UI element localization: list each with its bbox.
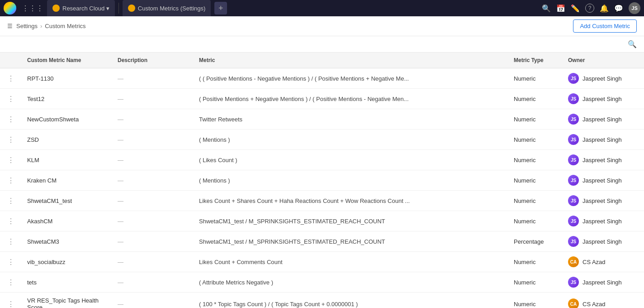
table-header-metric-type: Metric Type (508, 53, 563, 68)
metric-owner-cell: JS Jaspreet Singh (563, 109, 644, 130)
table-row: ⋮ ShwetaCM1_test — Likes Count + Shares … (0, 191, 644, 211)
metric-owner-cell: JS Jaspreet Singh (563, 272, 644, 293)
table-row: ⋮ RPT-1130 — ( ( Positive Mentions - Neg… (0, 68, 644, 89)
owner-avatar: JS (568, 277, 579, 288)
metric-name-cell: KLM (22, 150, 112, 170)
table-row: ⋮ NewCustomShweta — Twitter Retweets Num… (0, 109, 644, 130)
owner-avatar: CA (568, 256, 579, 267)
edit-nav-icon[interactable]: ✏️ (571, 4, 580, 13)
custom-metrics-table: Custom Metric Name Description Metric Me… (0, 53, 644, 308)
metric-type-cell: Numeric (508, 68, 563, 89)
metric-formula-cell: Likes Count + Comments Count (194, 252, 508, 272)
owner-avatar: JS (568, 154, 579, 165)
metric-desc-cell: — (112, 293, 194, 308)
bell-nav-icon[interactable]: 🔔 (600, 4, 609, 13)
row-menu-icon[interactable]: ⋮ (0, 231, 22, 252)
table-row: ⋮ AkashCM — ShwetaCM1_test / M_SPRINKSIG… (0, 211, 644, 231)
owner-name: Jaspreet Singh (582, 116, 622, 123)
metric-desc-cell: — (112, 109, 194, 130)
research-cloud-label: Research Cloud ▾ (62, 5, 109, 12)
owner-name: Jaspreet Singh (582, 218, 622, 225)
metric-type-cell: Numeric (508, 170, 563, 191)
metric-type-cell: Percentage (508, 231, 563, 252)
user-avatar[interactable]: JS (629, 2, 640, 14)
metric-name-cell: tets (22, 272, 112, 293)
add-custom-metric-button[interactable]: Add Custom Metric (573, 19, 637, 33)
table-row: ⋮ Test12 — ( Positive Mentions + Negativ… (0, 89, 644, 109)
metric-formula-cell: ( ( Positive Mentions - Negative Mention… (194, 68, 508, 89)
help-nav-icon[interactable]: ? (585, 4, 594, 13)
research-cloud-icon (52, 5, 60, 12)
metric-name-cell: Test12 (22, 89, 112, 109)
metric-type-cell: Numeric (508, 150, 563, 170)
owner-avatar: JS (568, 236, 579, 247)
row-menu-icon[interactable]: ⋮ (0, 170, 22, 191)
metric-type-cell: Numeric (508, 109, 563, 130)
row-menu-icon[interactable]: ⋮ (0, 150, 22, 170)
owner-name: Jaspreet Singh (582, 177, 622, 184)
table-header-menu (0, 53, 22, 68)
top-navigation: ⋮⋮⋮ Research Cloud ▾ Custom Metrics (Set… (0, 0, 644, 16)
grid-icon[interactable]: ⋮⋮⋮ (20, 2, 45, 14)
table-header-description: Description (112, 53, 194, 68)
metric-owner-cell: JS Jaspreet Singh (563, 150, 644, 170)
custom-metrics-tab[interactable]: Custom Metrics (Settings) (123, 0, 211, 16)
breadcrumb-separator: › (40, 23, 42, 29)
chat-nav-icon[interactable]: 💬 (614, 4, 623, 13)
metric-desc-cell: — (112, 191, 194, 211)
row-menu-icon[interactable]: ⋮ (0, 130, 22, 150)
metric-name-cell: RPT-1130 (22, 68, 112, 89)
row-menu-icon[interactable]: ⋮ (0, 89, 22, 109)
metric-desc-cell: — (112, 68, 194, 89)
nav-right-icons: 🔍 📅 ✏️ ? 🔔 💬 JS (542, 2, 640, 14)
owner-name: Jaspreet Singh (582, 238, 622, 245)
row-menu-icon[interactable]: ⋮ (0, 68, 22, 89)
metric-owner-cell: JS Jaspreet Singh (563, 130, 644, 150)
table-row: ⋮ ShwetaCM3 — ShwetaCM1_test / M_SPRINKS… (0, 231, 644, 252)
metric-owner-cell: JS Jaspreet Singh (563, 191, 644, 211)
table-header-row: Custom Metric Name Description Metric Me… (0, 53, 644, 68)
table-row: ⋮ vib_socialbuzz — Likes Count + Comment… (0, 252, 644, 272)
search-nav-icon[interactable]: 🔍 (542, 4, 551, 13)
owner-name: Jaspreet Singh (582, 197, 622, 204)
metric-desc-cell: — (112, 252, 194, 272)
row-menu-icon[interactable]: ⋮ (0, 252, 22, 272)
row-menu-icon[interactable]: ⋮ (0, 211, 22, 231)
research-cloud-tab[interactable]: Research Cloud ▾ (47, 0, 115, 16)
calendar-nav-icon[interactable]: 📅 (556, 4, 565, 13)
metric-type-cell: Numeric (508, 272, 563, 293)
table-row: ⋮ ZSD — ( Mentions ) Numeric JS Jaspreet… (0, 130, 644, 150)
owner-name: CS Azad (582, 259, 606, 265)
app-logo[interactable] (4, 2, 16, 14)
metric-formula-cell: ( Likes Count ) (194, 150, 508, 170)
table-search-button[interactable]: 🔍 (628, 40, 637, 48)
metric-name-cell: VR RES_Topic Tags Health Score (22, 293, 112, 308)
row-menu-icon[interactable]: ⋮ (0, 293, 22, 308)
metric-formula-cell: ( 100 * Topic Tags Count ) / ( Topic Tag… (194, 293, 508, 308)
metric-desc-cell: — (112, 170, 194, 191)
metric-type-cell: Numeric (508, 191, 563, 211)
owner-name: Jaspreet Singh (582, 75, 622, 82)
metric-formula-cell: Twitter Retweets (194, 109, 508, 130)
metric-desc-cell: — (112, 150, 194, 170)
add-tab-button[interactable]: + (214, 2, 227, 14)
metric-name-cell: NewCustomShweta (22, 109, 112, 130)
owner-name: Jaspreet Singh (582, 136, 622, 143)
metric-formula-cell: ShwetaCM1_test / M_SPRINKSIGHTS_ESTIMATE… (194, 211, 508, 231)
metric-owner-cell: JS Jaspreet Singh (563, 89, 644, 109)
search-area: 🔍 (0, 36, 644, 53)
row-menu-icon[interactable]: ⋮ (0, 191, 22, 211)
row-menu-icon[interactable]: ⋮ (0, 272, 22, 293)
sidebar-toggle-icon[interactable]: ☰ (7, 23, 13, 29)
metric-name-cell: AkashCM (22, 211, 112, 231)
breadcrumb-page: Custom Metrics (45, 23, 85, 29)
metric-formula-cell: ShwetaCM1_test / M_SPRINKSIGHTS_ESTIMATE… (194, 231, 508, 252)
owner-avatar: CA (568, 298, 579, 308)
table-header-name: Custom Metric Name (22, 53, 112, 68)
custom-metrics-tab-label: Custom Metrics (Settings) (138, 5, 206, 12)
metric-desc-cell: — (112, 130, 194, 150)
owner-avatar: JS (568, 216, 579, 226)
row-menu-icon[interactable]: ⋮ (0, 109, 22, 130)
owner-avatar: JS (568, 134, 579, 145)
breadcrumb-settings[interactable]: Settings (16, 23, 38, 29)
